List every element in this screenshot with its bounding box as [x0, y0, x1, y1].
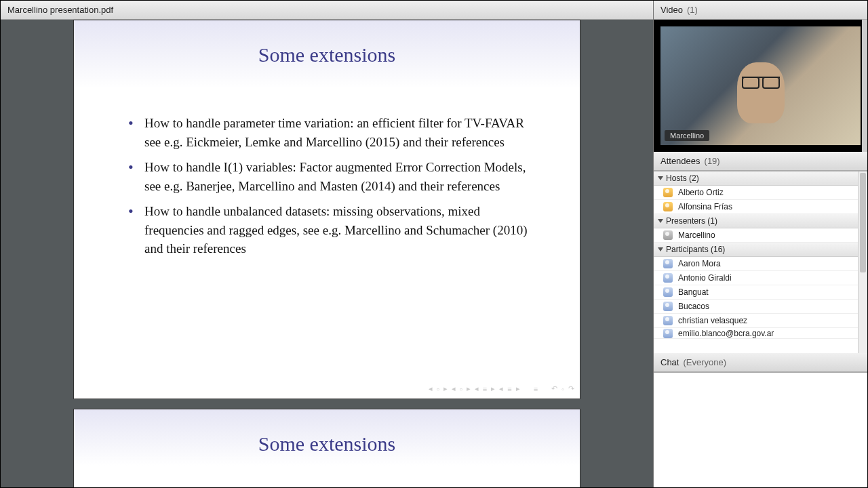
attendee-group-presenters[interactable]: Presenters (1)	[654, 214, 867, 228]
attendee-row[interactable]: Alfonsina Frías	[654, 200, 867, 214]
host-icon	[663, 202, 673, 211]
nav-page-icon[interactable]: ▫	[437, 385, 439, 393]
chevron-down-icon	[658, 247, 663, 251]
attendees-list: Hosts (2) Alberto Ortiz Alfonsina Frías …	[654, 171, 867, 353]
attendee-row[interactable]: emilio.blanco@bcra.gov.ar	[654, 328, 867, 339]
app-root: Marcellino presentation.pdf Some extensi…	[0, 0, 868, 488]
nav-up-icon[interactable]: ≡	[483, 385, 487, 393]
participant-icon	[663, 287, 673, 297]
video-area[interactable]: Marcellino	[654, 20, 867, 152]
nav-outline-icon[interactable]: ≡	[507, 385, 511, 393]
presentation-pane: Marcellino presentation.pdf Some extensi…	[1, 1, 654, 487]
participant-icon	[663, 302, 673, 311]
chat-header-scope: (Everyone)	[683, 357, 726, 367]
chevron-down-icon	[658, 176, 663, 180]
nav-pause-icon[interactable]: ◦	[561, 385, 564, 393]
nav-next-section-icon[interactable]: ▸	[443, 384, 448, 393]
attendee-row[interactable]: Antonio Giraldi	[654, 271, 867, 285]
attendees-header-label: Attendees	[660, 156, 701, 166]
nav-prev-section-icon[interactable]: ◂	[429, 384, 433, 393]
video-panel-header[interactable]: Video (1)	[654, 1, 867, 20]
slide-next-preview: Some extensions	[73, 409, 580, 487]
video-glasses-shape	[742, 77, 780, 86]
slide-nav-controls: ◂ ▫ ▸ ◂ ▫ ▸ ◂ ≡ ▸ ◂ ≡ ▸ ≡ ↶ ◦	[429, 384, 574, 393]
group-label: Hosts (2)	[666, 174, 699, 183]
attendee-row[interactable]: Banguat	[654, 285, 867, 300]
video-person-shape	[737, 62, 785, 123]
participant-icon	[663, 259, 673, 268]
nav-back-icon[interactable]: ◂	[475, 384, 479, 393]
host-icon	[663, 188, 673, 197]
video-scrollbar[interactable]	[862, 20, 867, 152]
slide-title: Some extensions	[74, 20, 580, 66]
attendee-name: Bucacos	[678, 302, 709, 311]
attendee-group-hosts[interactable]: Hosts (2)	[654, 171, 867, 186]
nav-redo-icon[interactable]: ↷	[568, 384, 574, 393]
slide-bullet: How to handle I(1) variables: Factor aug…	[128, 158, 539, 195]
pdf-viewport[interactable]: Some extensions How to handle parameter …	[1, 20, 653, 487]
chevron-down-icon	[658, 219, 663, 223]
attendee-name: Alfonsina Frías	[678, 202, 732, 211]
attendee-name: Aaron Mora	[678, 259, 721, 268]
slide-bullet: How to handle parameter time variation: …	[128, 114, 539, 151]
attendee-row[interactable]: christian velasquez	[654, 314, 867, 328]
slide-next-title: Some extensions	[74, 409, 580, 455]
participant-icon	[663, 273, 673, 283]
video-speaker-label: Marcellino	[665, 130, 709, 141]
slide-body: How to handle parameter time variation: …	[74, 66, 580, 279]
attendee-row[interactable]: Aaron Mora	[654, 257, 867, 271]
attendee-name: emilio.blanco@bcra.gov.ar	[678, 329, 774, 338]
nav-first-icon[interactable]: ◂	[499, 384, 503, 393]
nav-prev-icon[interactable]: ◂	[452, 384, 456, 393]
chat-body[interactable]	[654, 372, 867, 487]
nav-menu-icon[interactable]: ≡	[534, 385, 538, 393]
attendees-scrollbar[interactable]	[858, 171, 867, 353]
presenter-icon	[663, 230, 673, 240]
attendee-row[interactable]: Bucacos	[654, 300, 867, 314]
nav-doc-icon[interactable]: ▫	[460, 385, 462, 393]
chat-panel-header[interactable]: Chat (Everyone)	[654, 353, 867, 372]
video-header-label: Video	[660, 5, 683, 15]
nav-next-icon[interactable]: ▸	[467, 384, 471, 393]
attendee-name: Marcellino	[678, 230, 715, 240]
participant-icon	[663, 329, 673, 338]
attendee-group-participants[interactable]: Participants (16)	[654, 243, 867, 257]
attendee-name: Antonio Giraldi	[678, 273, 732, 283]
slide-bullet: How to handle unbalanced datasets: missi…	[128, 202, 539, 258]
participant-icon	[663, 316, 673, 325]
video-header-count: (1)	[687, 5, 698, 15]
attendee-row[interactable]: Marcellino	[654, 228, 867, 243]
group-label: Participants (16)	[666, 245, 725, 254]
slide-current: Some extensions How to handle parameter …	[73, 20, 580, 399]
attendee-row[interactable]: Alberto Ortiz	[654, 186, 867, 200]
attendee-name: christian velasquez	[678, 316, 747, 325]
side-panel: Video (1) Marcellino Attendees (19) Host…	[654, 1, 867, 487]
chat-header-label: Chat	[660, 357, 679, 367]
attendees-panel-header[interactable]: Attendees (19)	[654, 152, 867, 171]
nav-undo-icon[interactable]: ↶	[551, 384, 557, 393]
nav-last-icon[interactable]: ▸	[516, 384, 520, 393]
video-feed: Marcellino	[660, 26, 861, 145]
document-title: Marcellino presentation.pdf	[7, 5, 113, 15]
attendee-name: Banguat	[678, 287, 709, 297]
attendees-header-count: (19)	[705, 156, 720, 166]
attendee-name: Alberto Ortiz	[678, 188, 724, 197]
document-title-bar: Marcellino presentation.pdf	[1, 1, 653, 20]
nav-fwd-icon[interactable]: ▸	[491, 384, 495, 393]
scrollbar-thumb[interactable]	[860, 173, 866, 272]
group-label: Presenters (1)	[666, 216, 717, 226]
